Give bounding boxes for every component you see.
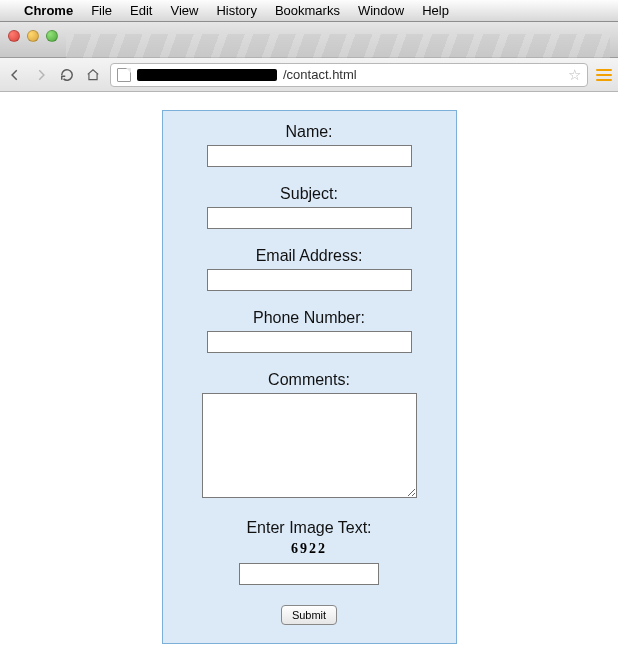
- captcha-input[interactable]: [239, 563, 379, 585]
- url-path: /contact.html: [283, 67, 562, 82]
- menubar-view[interactable]: View: [170, 3, 198, 18]
- comments-field: Comments:: [183, 371, 436, 501]
- captcha-code: 6922: [183, 541, 436, 557]
- window-titlebar: [0, 22, 618, 58]
- comments-input[interactable]: [202, 393, 417, 498]
- comments-label: Comments:: [183, 371, 436, 389]
- contact-form: Name: Subject: Email Address: Phone Numb…: [162, 110, 457, 644]
- email-input[interactable]: [207, 269, 412, 291]
- subject-label: Subject:: [183, 185, 436, 203]
- page-content: Name: Subject: Email Address: Phone Numb…: [0, 92, 618, 644]
- menubar-window[interactable]: Window: [358, 3, 404, 18]
- back-button[interactable]: [6, 66, 24, 84]
- phone-input[interactable]: [207, 331, 412, 353]
- phone-label: Phone Number:: [183, 309, 436, 327]
- name-input[interactable]: [207, 145, 412, 167]
- menubar-edit[interactable]: Edit: [130, 3, 152, 18]
- menubar-app[interactable]: Chrome: [24, 3, 73, 18]
- close-window-button[interactable]: [8, 30, 20, 42]
- home-button[interactable]: [84, 66, 102, 84]
- minimize-window-button[interactable]: [27, 30, 39, 42]
- bookmark-star-icon[interactable]: ☆: [568, 66, 581, 84]
- name-field: Name:: [183, 123, 436, 167]
- email-field: Email Address:: [183, 247, 436, 291]
- address-bar[interactable]: /contact.html ☆: [110, 63, 588, 87]
- page-icon: [117, 68, 131, 82]
- subject-field: Subject:: [183, 185, 436, 229]
- email-label: Email Address:: [183, 247, 436, 265]
- captcha-label: Enter Image Text:: [183, 519, 436, 537]
- mac-menubar: Chrome File Edit View History Bookmarks …: [0, 0, 618, 22]
- menubar-bookmarks[interactable]: Bookmarks: [275, 3, 340, 18]
- menubar-help[interactable]: Help: [422, 3, 449, 18]
- phone-field: Phone Number:: [183, 309, 436, 353]
- tab-strip[interactable]: [66, 28, 610, 58]
- menubar-history[interactable]: History: [216, 3, 256, 18]
- subject-input[interactable]: [207, 207, 412, 229]
- submit-button[interactable]: Submit: [281, 605, 337, 625]
- chrome-menu-button[interactable]: [596, 69, 612, 81]
- browser-toolbar: /contact.html ☆: [0, 58, 618, 92]
- reload-button[interactable]: [58, 66, 76, 84]
- url-redacted-host: [137, 69, 277, 81]
- forward-button[interactable]: [32, 66, 50, 84]
- menubar-file[interactable]: File: [91, 3, 112, 18]
- window-controls: [8, 30, 58, 42]
- name-label: Name:: [183, 123, 436, 141]
- browser-window: /contact.html ☆: [0, 22, 618, 92]
- zoom-window-button[interactable]: [46, 30, 58, 42]
- captcha-field: Enter Image Text: 6922: [183, 519, 436, 585]
